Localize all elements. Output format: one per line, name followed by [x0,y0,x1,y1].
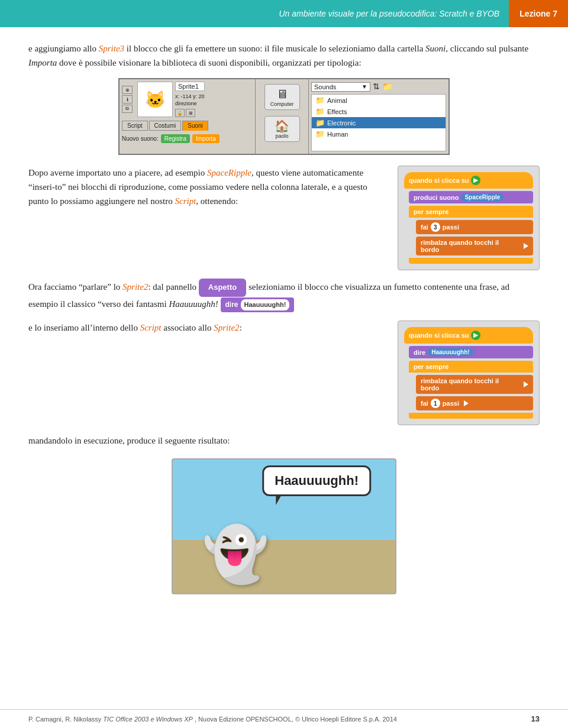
sounds-item-label: Human [327,131,348,138]
folder-icon-animal: 📁 [315,96,325,105]
block2-forever: per sempre [409,361,533,373]
tab-costumi[interactable]: Costumi [149,121,182,131]
sprite-icons: 🔒 ⊞ [175,109,205,117]
registra-button[interactable]: Registra [161,134,190,143]
sounds-screenshot: ⊕ ℹ ⧉ 🐱 Sprite1 x: -114 y: 20 direzione … [118,78,450,155]
footer-publisher: , Nuova Edizione OPENSCHOOL, © Ulrico Ho… [195,716,397,723]
sounds-header: Sounds ▼ ⇅ 📁 [311,82,446,92]
footer-authors: P. Camagni, R. Nikolassy [28,716,101,723]
nuovo-suono-bar: Nuovo suono: Registra Importa [122,134,253,143]
sounds-dropdown-label: Sounds [314,83,336,90]
script-text: e lo inseriamo all’interno dello Script … [28,321,383,343]
paolo-label: paolo [275,133,288,139]
block2-say: dire Haauuuughh! [409,346,533,358]
icon-copy: ⧉ [122,105,133,113]
icon-arrows: ⊕ [122,86,133,94]
folder-icon-human: 📁 [315,130,325,138]
dire-label: dire [225,299,238,310]
blocks1-image: quando si clicca su ▶ produci suono Spac… [398,166,540,270]
sprite-coords: x: -114 y: 20 [175,93,205,99]
ghost-body: 👻 [202,528,269,581]
block-when-flag: quando si clicca su ▶ [404,172,533,189]
sounds-item-label: Effects [327,108,347,115]
para2: Dopo averne importato uno a piacere, ad … [28,166,383,208]
scratch-blocks-2: quando si clicca su ▶ dire Haauuuughh! p… [398,321,540,425]
block2-steps-unit: passi [443,400,459,407]
block-steps-num: 3 [431,222,440,232]
computer-button[interactable]: 🖥 Computer [264,84,300,110]
footer-book: TIC Office 2003 e Windows XP [103,716,193,723]
block2-bounce: rimbalza quando tocchi il bordo [416,375,533,394]
block2-say-label: dire [414,349,425,356]
computer-label: Computer [270,101,294,107]
scratch-left-panel: ⊕ ℹ ⧉ 🐱 Sprite1 x: -114 y: 20 direzione … [120,79,256,154]
main-content: e aggiungiamo allo Sprite3 il blocco che… [0,27,568,619]
sprite-direction: direzione [175,101,205,106]
block-bounce: rimbalza quando tocchi il bordo [416,237,533,255]
blocks2-image: quando si clicca su ▶ dire Haauuuughh! p… [398,321,540,425]
block-sound-label: produci suono [414,194,459,201]
sounds-list: 📁 Animal 📁 Effects 📁 Electronic 📁 Human [311,94,446,151]
block2-when-flag: quando si clicca su ▶ [404,327,533,344]
scratch-blocks-1: quando si clicca su ▶ produci suono Spac… [398,166,540,270]
sounds-item-animal[interactable]: 📁 Animal [312,95,446,106]
folder-icon-effects: 📁 [315,107,325,116]
block2-say-value: Haauuuughh! [428,348,473,356]
block-hat-label: quando si clicca su [409,177,469,184]
arrow-icon3 [464,400,469,406]
block-sound: produci suono SpaceRipple [409,191,533,203]
green-flag-icon2: ▶ [471,331,480,340]
block-steps: fai 3 passi [416,220,533,234]
computer-icon: 🖥 [276,88,288,101]
ghost-speech-bubble: Haauuuughh! [262,465,371,496]
sounds-item-label: Electronic [327,119,356,127]
importa-button[interactable]: Importa [192,134,220,143]
folder-icon-electronic: 📁 [315,118,325,127]
sprite-details: Sprite1 x: -114 y: 20 direzione 🔒 ⊞ [175,82,205,117]
tab-suoni[interactable]: Suoni [182,121,208,131]
header-bar: Un ambiente visuale per la pseudocodific… [0,0,568,27]
arrow-icon [524,243,528,249]
dire-value: Haauuuughh! [241,299,290,311]
header-title: Un ambiente visuale per la pseudocodific… [0,9,509,18]
icon-i: ℹ [122,95,133,103]
nuovo-suono-label: Nuovo suono: [122,135,159,142]
icon-lock: 🔒 [175,109,185,117]
block-forever-label: per sempre [414,208,448,215]
para4: e lo inseriamo all’interno dello Script … [28,321,383,335]
block2-steps: fai 1 passi [416,396,533,410]
block2-forever-bottom [409,413,533,419]
block-sound-value: SpaceRipple [461,193,504,201]
paolo-button[interactable]: 🏠 paolo [264,116,300,142]
sounds-item-electronic[interactable]: 📁 Electronic [312,117,446,128]
spaceripple-section: Dopo averne importato uno a piacere, ad … [28,166,540,270]
tab-script[interactable]: Script [122,121,148,131]
block-steps-unit: passi [443,224,459,231]
block2-bounce-label: rimbalza quando tocchi il bordo [421,377,519,391]
intro-paragraph: e aggiungiamo allo Sprite3 il blocco che… [28,41,540,70]
page-number: 13 [531,714,540,723]
sounds-folder-icon[interactable]: 📁 [382,82,392,92]
sprite-thumbnail: 🐱 [137,82,173,117]
sprite-info: ⊕ ℹ ⧉ 🐱 Sprite1 x: -114 y: 20 direzione … [122,82,253,117]
sounds-item-label: Animal [327,97,347,104]
spaceripple-text: Dopo averne importato uno a piacere, ad … [28,166,383,216]
block-forever-bottom [409,258,533,264]
dropdown-arrow: ▼ [362,83,367,90]
block-steps-label: fai [421,224,428,231]
ghost-result-image: Haauuuughh! 👻 [172,458,396,594]
block2-steps-num: 1 [431,399,440,408]
icon-grid: ⊞ [186,109,195,117]
header-lesson: Lezione 7 [509,0,568,27]
sounds-item-human[interactable]: 📁 Human [312,128,446,140]
footer: P. Camagni, R. Nikolassy TIC Office 2003… [0,709,568,728]
sounds-panel: Sounds ▼ ⇅ 📁 📁 Animal 📁 Effects 📁 Electr… [309,79,448,154]
block2-hat-label: quando si clicca su [409,332,469,339]
sounds-sort-icon[interactable]: ⇅ [373,82,380,92]
arrow-icon2 [524,381,528,387]
para3: Ora facciamo “parlare” lo Sprite2: dal p… [28,279,540,312]
block-bounce-label: rimbalza quando tocchi il bordo [421,239,519,253]
sounds-dropdown[interactable]: Sounds ▼ [311,82,370,92]
para5: mandandolo in esecuzione, produce il seg… [28,433,540,448]
sounds-item-effects[interactable]: 📁 Effects [312,106,446,117]
